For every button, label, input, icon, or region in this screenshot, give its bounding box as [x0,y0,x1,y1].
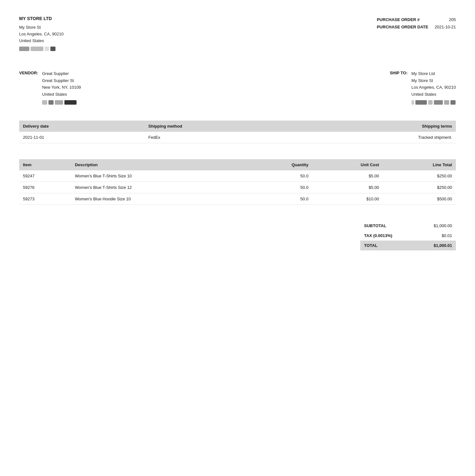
tax-label: TAX (0.0013%) [360,231,416,241]
shipping-delivery-date: 2021-11-01 [19,132,144,143]
company-info: MY STORE LTD My Store St Los Angeles, CA… [19,16,64,51]
ship-to-redacted [412,100,456,105]
shipping-section: Delivery date Shipping method Shipping t… [19,121,456,143]
vendor-name: Great Supplier [42,70,81,77]
shipping-col-delivery: Delivery date [19,121,144,132]
item-number: 59247 [19,170,71,182]
ship-to-name: My Store Ltd [412,70,456,77]
total-row: TOTAL $1,000.01 [360,241,456,250]
item-unit-cost: $5.00 [312,182,383,193]
po-date-value: 2021-10-21 [428,23,456,31]
shipping-row: 2021-11-01 FedEx Tracked shipment. [19,132,456,143]
item-unit-cost: $10.00 [312,193,383,205]
item-line-total: $250.00 [383,182,456,193]
tax-value: $0.01 [416,231,456,241]
item-quantity: 50.0 [246,193,312,205]
col-quantity: Quantity [246,159,312,170]
table-row: 59273 Women's Blue Hoodie Size 10 50.0 $… [19,193,456,205]
item-quantity: 50.0 [246,182,312,193]
vendor-label: VENDOR: [19,70,38,105]
vendor-address-line2: New York, NY, 10109 [42,84,81,91]
total-value: $1,000.01 [416,241,456,250]
col-item: Item [19,159,71,170]
col-description: Description [71,159,246,170]
table-row: 59247 Women's Blue T-Shirts Size 10 50.0… [19,170,456,182]
ship-to-label: SHIP TO: [390,70,408,105]
header: MY STORE LTD My Store St Los Angeles, CA… [19,16,456,51]
po-date-label: PURCHASE ORDER DATE [370,23,428,31]
item-unit-cost: $5.00 [312,170,383,182]
item-line-total: $250.00 [383,170,456,182]
addresses: VENDOR: Great Supplier Great Supplier St… [19,70,456,105]
table-row: 59276 Women's Blue T-Shirts Size 12 50.0… [19,182,456,193]
vendor-redacted [42,100,81,105]
item-description: Women's Blue T-Shirts Size 10 [71,170,246,182]
company-address-line1: My Store St [19,24,64,31]
col-line-total: Line Total [383,159,456,170]
shipping-table: Delivery date Shipping method Shipping t… [19,121,456,143]
subtotal-value: $1,000.00 [416,221,456,231]
subtotal-row: SUBTOTAL $1,000.00 [360,221,456,231]
item-quantity: 50.0 [246,170,312,182]
company-redacted [19,47,64,51]
total-label: TOTAL [360,241,416,250]
vendor-detail: Great Supplier Great Supplier St New Yor… [42,70,81,105]
po-number-label: PURCHASE ORDER # [370,16,428,23]
item-description: Women's Blue T-Shirts Size 12 [71,182,246,193]
item-number: 59273 [19,193,71,205]
item-description: Women's Blue Hoodie Size 10 [71,193,246,205]
col-unit-cost: Unit Cost [312,159,383,170]
totals-table: SUBTOTAL $1,000.00 TAX (0.0013%) $0.01 T… [360,221,456,250]
tax-row: TAX (0.0013%) $0.01 [360,231,456,241]
items-section: Item Description Quantity Unit Cost Line… [19,159,456,205]
company-address-line2: Los Angeles, CA, 90210 [19,31,64,38]
vendor-country: United States [42,91,81,98]
ship-to-address-line1: My Store St [412,77,456,84]
po-number-value: 205 [428,16,456,23]
po-info: PURCHASE ORDER # 205 PURCHASE ORDER DATE… [370,16,456,31]
company-country: United States [19,38,64,44]
item-number: 59276 [19,182,71,193]
ship-to-country: United States [412,91,456,98]
subtotal-label: SUBTOTAL [360,221,416,231]
items-table: Item Description Quantity Unit Cost Line… [19,159,456,205]
shipping-col-terms: Shipping terms [300,121,456,132]
vendor-block: VENDOR: Great Supplier Great Supplier St… [19,70,81,105]
shipping-method-value: FedEx [144,132,300,143]
item-line-total: $500.00 [383,193,456,205]
vendor-address-line1: Great Supplier St [42,77,81,84]
shipping-terms-value: Tracked shipment. [300,132,456,143]
ship-to-detail: My Store Ltd My Store St Los Angeles, CA… [412,70,456,105]
totals-section: SUBTOTAL $1,000.00 TAX (0.0013%) $0.01 T… [19,221,456,250]
ship-to-block: SHIP TO: My Store Ltd My Store St Los An… [390,70,456,105]
shipping-col-method: Shipping method [144,121,300,132]
company-name: MY STORE LTD [19,16,64,21]
ship-to-address-line2: Los Angeles, CA, 90210 [412,84,456,91]
